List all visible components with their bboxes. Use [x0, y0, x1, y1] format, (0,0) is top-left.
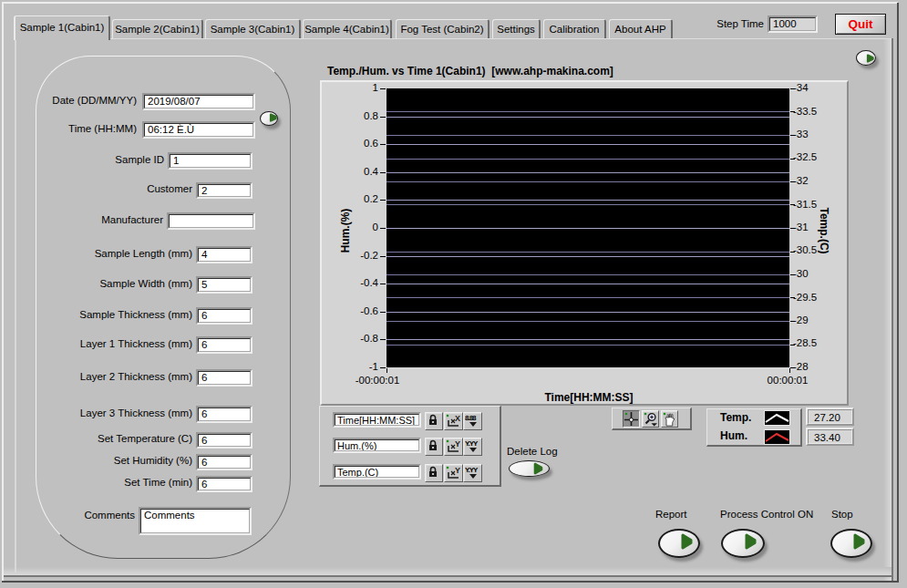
svg-text:Y: Y	[455, 466, 460, 475]
svg-text:Y: Y	[455, 439, 460, 449]
svg-text:X: X	[455, 414, 460, 423]
